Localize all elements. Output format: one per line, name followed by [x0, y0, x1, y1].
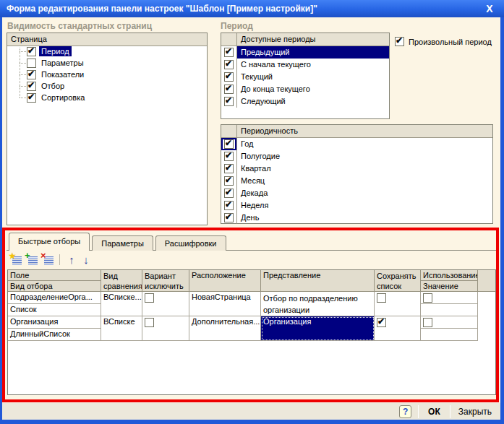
close-dialog-button[interactable]: Закрыть [457, 407, 493, 417]
tree-item-label[interactable]: Сортировка [39, 92, 87, 103]
cell-exclude[interactable] [142, 316, 189, 341]
window-title: Форма редактирования панели настроек "Ша… [0, 4, 317, 14]
periodicity-item-label[interactable]: День [237, 212, 492, 224]
usage-checkbox[interactable] [423, 293, 432, 303]
pages-tree-header: Страница [7, 33, 207, 46]
periodicity-header: Периодичность [221, 125, 492, 138]
list-item[interactable]: Полугодие [221, 150, 492, 163]
tree-item-label[interactable]: Отбор [39, 81, 67, 91]
cell-presentation-selected[interactable]: Организация [261, 316, 375, 341]
list-item[interactable]: Месяц [221, 175, 492, 187]
cell-field[interactable]: ПодразделениеОрга... [8, 292, 101, 304]
table-empty-area[interactable] [8, 341, 495, 394]
footer-separator [418, 405, 419, 418]
list-item[interactable]: День [221, 212, 492, 224]
list-item[interactable]: Квартал [221, 163, 492, 175]
tree-item-label[interactable]: Параметры [39, 58, 86, 68]
periodicity-item-label[interactable]: Декада [237, 187, 492, 199]
to-end-period-checkbox[interactable] [224, 85, 234, 94]
column-header-presentation: Представление [261, 270, 375, 292]
cell-value[interactable] [421, 304, 478, 316]
period-item-label[interactable]: С начала текущего [237, 59, 389, 71]
cell-save-list[interactable] [375, 292, 421, 316]
list-item[interactable]: До конца текущего [221, 83, 389, 95]
tree-item-indicators[interactable]: Показатели [20, 69, 86, 80]
cell-save-list[interactable] [375, 316, 421, 341]
cell-usage[interactable] [421, 292, 478, 304]
periodicity-item-label[interactable]: Год [237, 138, 492, 150]
period-item-label[interactable]: Текущий [237, 71, 389, 83]
usage-checkbox[interactable] [423, 318, 432, 327]
arbitrary-period-checkbox[interactable] [395, 37, 404, 46]
tree-item-sorting[interactable]: Сортировка [20, 92, 87, 103]
tree-item-label[interactable]: Показатели [39, 69, 86, 79]
cell-exclude[interactable] [142, 292, 189, 316]
tree-item-selection[interactable]: Отбор [20, 80, 67, 92]
list-item[interactable]: Неделя [221, 199, 492, 212]
new-item-button[interactable]: ★ [9, 254, 23, 266]
cell-field[interactable]: Организация [8, 316, 101, 329]
cell-comparison[interactable]: ВСписке... [101, 292, 142, 316]
tree-item-parameters[interactable]: Параметры [20, 57, 86, 69]
half-year-checkbox[interactable] [224, 152, 234, 161]
list-item[interactable]: Текущий [221, 71, 389, 83]
day-checkbox[interactable] [224, 213, 234, 222]
selection-page-checkbox[interactable] [27, 82, 36, 91]
cell-location[interactable]: Дополнительная... [189, 316, 261, 341]
quarter-checkbox[interactable] [224, 164, 234, 173]
tree-branch-icon [20, 98, 26, 98]
periodicity-item-label[interactable]: Квартал [237, 163, 492, 175]
cell-location[interactable]: НоваяСтраница [189, 292, 261, 316]
list-item[interactable]: Декада [221, 187, 492, 199]
from-start-period-checkbox[interactable] [224, 60, 234, 69]
exclude-checkbox[interactable] [145, 293, 154, 303]
close-icon[interactable]: X [483, 2, 496, 15]
periodicity-item-label[interactable]: Неделя [237, 199, 492, 212]
checkbox-column-header [221, 125, 237, 137]
move-up-button[interactable]: ↑ [64, 254, 79, 266]
arbitrary-period-option[interactable]: Произвольный период [395, 37, 492, 46]
period-page-checkbox[interactable] [27, 47, 36, 56]
decade-checkbox[interactable] [224, 189, 234, 198]
periodicity-item-label[interactable]: Полугодие [237, 150, 492, 163]
period-item-label[interactable]: Предыдущий [237, 46, 389, 59]
cell-comparison[interactable]: ВСписке [101, 316, 142, 341]
save-list-checkbox[interactable] [377, 318, 386, 327]
list-item[interactable]: Следующий [221, 95, 389, 108]
periodicity-item-label[interactable]: Месяц [237, 175, 492, 187]
column-header-save-list: Сохранять список [375, 270, 421, 292]
indicators-page-checkbox[interactable] [27, 70, 36, 79]
ok-button[interactable]: ОК [425, 407, 443, 417]
previous-period-checkbox[interactable] [224, 48, 234, 57]
tree-item-period[interactable]: Период [20, 46, 72, 57]
move-down-button[interactable]: ↓ [79, 254, 93, 266]
week-checkbox[interactable] [224, 201, 234, 210]
cell-usage[interactable] [421, 316, 478, 329]
month-checkbox[interactable] [224, 176, 234, 186]
tab-drilldowns[interactable]: Расшифровки [155, 235, 226, 251]
cell-selection-kind[interactable]: ДлинныйСписок [8, 329, 101, 341]
delete-item-button[interactable]: × [40, 254, 55, 266]
cell-presentation[interactable]: Отбор по подразделению организации [261, 292, 375, 316]
list-item[interactable]: Предыдущий [221, 46, 389, 59]
add-item-button[interactable]: + [25, 254, 39, 266]
current-period-checkbox[interactable] [224, 72, 234, 82]
cell-value[interactable] [421, 329, 478, 341]
next-period-checkbox[interactable] [224, 97, 234, 106]
help-button[interactable]: ? [399, 405, 411, 418]
exclude-checkbox[interactable] [145, 318, 154, 327]
list-item[interactable]: С начала текущего [221, 59, 389, 71]
tree-item-label[interactable]: Период [39, 46, 72, 56]
tab-quick-selections[interactable]: Быстрые отборы [9, 233, 90, 251]
period-item-label[interactable]: До конца текущего [237, 83, 389, 95]
tab-parameters[interactable]: Параметры [92, 235, 153, 251]
list-item[interactable]: Год [221, 138, 492, 150]
sorting-page-checkbox[interactable] [27, 93, 36, 103]
year-checkbox[interactable] [224, 139, 234, 149]
save-list-checkbox[interactable] [377, 293, 386, 303]
tree-branch-icon [20, 51, 26, 52]
footer-separator [450, 405, 450, 418]
period-item-label[interactable]: Следующий [237, 95, 389, 108]
cell-selection-kind[interactable]: Список [8, 304, 101, 316]
parameters-page-checkbox[interactable] [27, 59, 36, 68]
